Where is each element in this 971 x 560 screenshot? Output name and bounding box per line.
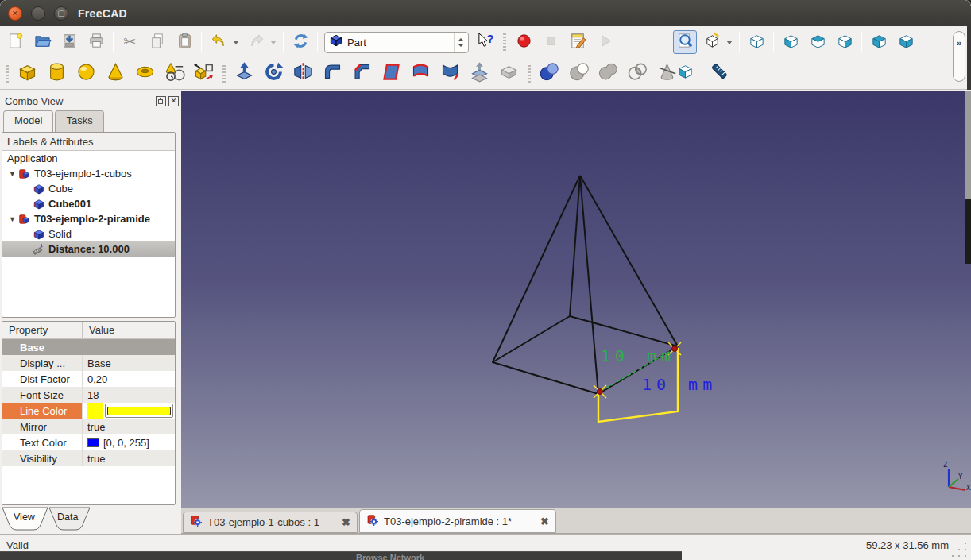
refresh-button[interactable] (288, 30, 312, 54)
tree-item-solid[interactable]: Solid (2, 226, 175, 241)
line-color-swatch[interactable] (87, 403, 103, 419)
cone-button[interactable] (103, 60, 129, 88)
tab-tasks[interactable]: Tasks (55, 110, 103, 132)
draw-style-button[interactable] (700, 30, 724, 54)
view-front-button[interactable] (779, 30, 803, 54)
extrude-button[interactable] (231, 60, 257, 88)
expander-icon[interactable]: ▼ (9, 215, 17, 223)
tab-view[interactable]: View (14, 512, 35, 523)
panel-close-button[interactable]: ✕ (168, 96, 179, 106)
torus-button[interactable] (132, 60, 158, 88)
boolean-button[interactable] (536, 60, 563, 88)
property-column-header[interactable]: Property (2, 322, 83, 338)
line-color-editor[interactable] (105, 404, 173, 418)
workbench-selector-spinner[interactable] (454, 33, 466, 52)
boolean-union-button[interactable] (595, 60, 621, 88)
property-value[interactable]: true (87, 453, 105, 465)
property-row-display[interactable]: Display ...Base (2, 355, 175, 371)
tab-data[interactable]: Data (57, 512, 78, 523)
workbench-selector[interactable]: Part (324, 32, 469, 53)
property-value[interactable]: 18 (87, 389, 99, 401)
tree-item-distance-10-000[interactable]: Distance: 10.000 (2, 241, 175, 257)
property-row-mirror[interactable]: Mirrortrue (2, 419, 175, 434)
property-value[interactable]: [0, 0, 255] (103, 437, 149, 449)
undo-dropdown-caret[interactable] (233, 41, 239, 44)
property-name[interactable]: Mirror (2, 419, 83, 434)
window-maximize-button[interactable]: ▢ (54, 6, 68, 21)
record-macro-button[interactable] (512, 30, 536, 54)
view-bottom-button[interactable] (894, 30, 918, 54)
chamfer-button[interactable] (349, 60, 375, 88)
property-name[interactable]: Display ... (2, 355, 83, 371)
edit-macro-button[interactable] (566, 30, 590, 54)
box-button[interactable] (14, 60, 41, 88)
stop-macro-button[interactable] (539, 30, 563, 54)
offset-button[interactable] (466, 60, 493, 88)
cylinder-button[interactable] (44, 60, 70, 88)
fillet-button[interactable] (319, 60, 346, 88)
value-column-header[interactable]: Value (83, 322, 175, 338)
property-row-text-color[interactable]: Text Color[0, 0, 255] (2, 434, 175, 450)
expander-icon[interactable]: ▼ (9, 170, 17, 178)
redo-button[interactable] (244, 30, 268, 54)
measure-distance-button[interactable] (707, 60, 731, 84)
view-left-button[interactable] (673, 60, 697, 84)
view-axonometric-button[interactable] (745, 30, 768, 54)
toolbar-overflow-button[interactable]: » (953, 31, 965, 82)
draw-style-dropdown-caret[interactable] (726, 41, 733, 44)
toolbar-handle[interactable] (222, 65, 226, 83)
redo-dropdown-caret[interactable] (270, 41, 277, 44)
view-right-button[interactable] (833, 30, 857, 54)
property-row-line-color[interactable]: Line Color (2, 403, 175, 419)
document-tab-t03-ejemplo-2-piramide-1[interactable]: T03-ejemplo-2-piramide : 1*✖ (359, 509, 556, 533)
toolbar-handle[interactable] (6, 65, 9, 83)
property-row-visibility[interactable]: Visibilitytrue (2, 450, 175, 466)
whats-this-button[interactable]: ? (474, 30, 497, 54)
overlay-scrollbar-thumb[interactable] (965, 199, 971, 264)
property-name[interactable]: Visibility (2, 450, 83, 466)
window-close-button[interactable]: ✕ (8, 6, 22, 21)
property-value[interactable]: true (87, 421, 105, 433)
print-button[interactable] (84, 30, 108, 54)
property-row-dist-factor[interactable]: Dist Factor0,20 (2, 371, 175, 387)
resize-grip[interactable] (965, 543, 966, 544)
property-name[interactable]: Font Size (2, 387, 83, 403)
paste-button[interactable] (172, 30, 196, 54)
mirror-button[interactable] (290, 60, 316, 88)
view-top-button[interactable] (806, 30, 830, 54)
revolve-button[interactable] (261, 60, 287, 88)
tree-item-cube001[interactable]: Cube001 (2, 196, 175, 211)
open-folder-button[interactable] (30, 30, 54, 54)
color-swatch[interactable] (87, 438, 99, 447)
new-file-button[interactable] (3, 30, 27, 54)
boolean-cut-button[interactable] (566, 60, 592, 88)
tree-item-application[interactable]: Application (2, 151, 175, 166)
titlebar[interactable]: ✕ — ▢ FreeCAD (0, 0, 971, 26)
property-name[interactable]: Line Color (2, 403, 83, 419)
tree-item-t03-ejemplo-1-cubos[interactable]: ▼T03-ejemplo-1-cubos (2, 166, 175, 181)
property-row-font-size[interactable]: Font Size18 (2, 387, 175, 403)
3d-viewport[interactable]: 10 mm 10 mm Z Y X (181, 91, 971, 508)
document-tab-t03-ejemplo-1-cubos-1[interactable]: T03-ejemplo-1-cubos : 1✖ (183, 512, 358, 533)
tab-model[interactable]: Model (3, 110, 53, 132)
play-macro-button[interactable] (593, 30, 617, 54)
toolbar-handle[interactable] (503, 33, 506, 51)
tab-close-icon[interactable]: ✖ (540, 516, 549, 527)
save-button[interactable] (57, 30, 81, 54)
property-value[interactable]: Base (87, 357, 111, 369)
boolean-intersection-button[interactable] (625, 60, 651, 88)
make-face-button[interactable] (378, 60, 404, 88)
property-name[interactable]: Dist Factor (2, 371, 83, 387)
view-rear-button[interactable] (867, 30, 891, 54)
window-minimize-button[interactable]: — (31, 6, 45, 21)
property-value[interactable]: 0,20 (87, 373, 107, 385)
copy-button[interactable] (145, 30, 169, 54)
loft-button[interactable] (437, 60, 463, 88)
toolbar-handle[interactable] (528, 65, 531, 83)
ruled-surface-button[interactable] (408, 60, 434, 88)
shape-builder-button[interactable] (191, 60, 217, 88)
primitives-button[interactable] (161, 60, 188, 88)
tree-item-cube[interactable]: Cube (2, 181, 175, 196)
tab-close-icon[interactable]: ✖ (342, 516, 350, 528)
property-name[interactable]: Text Color (2, 434, 83, 450)
